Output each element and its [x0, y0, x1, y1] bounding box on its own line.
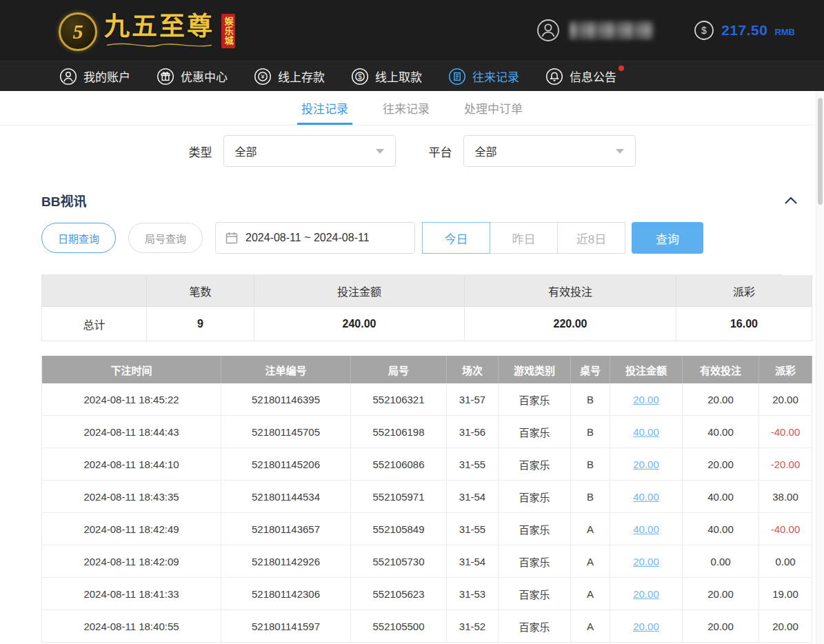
summary-header-bet-amount: 投注金额 — [254, 275, 465, 307]
summary-total-label: 总计 — [42, 307, 147, 341]
brand-logo[interactable]: 5 九五至尊 娱乐城 — [59, 10, 235, 51]
today-button[interactable]: 今日 — [422, 222, 490, 254]
cell-bet-id: 521801141597 — [221, 610, 351, 643]
cell-payout: 20.00 — [759, 383, 812, 416]
cell-payout: 20.00 — [759, 610, 812, 643]
summary-table: 笔数 投注金额 有效投注 派彩 总计 9 240.00 220.00 16.00 — [41, 274, 783, 341]
nav-item-promotions[interactable]: 优惠中心 — [157, 68, 228, 85]
cell-bet-id: 521801145206 — [221, 448, 351, 481]
cell-round-no: 552105623 — [351, 578, 447, 610]
last-8-days-button[interactable]: 近8日 — [557, 222, 625, 254]
cell-bet-id: 521801146395 — [221, 383, 351, 416]
cell-payout: -20.00 — [759, 448, 812, 481]
round-query-button[interactable]: 局号查询 — [128, 223, 203, 253]
user-avatar-icon[interactable] — [536, 19, 560, 42]
cell-session: 31-56 — [447, 416, 499, 448]
cell-bet-amount: 20.00 — [610, 545, 683, 578]
summary-header-count: 笔数 — [147, 275, 254, 307]
cell-round-no: 552106321 — [351, 383, 447, 416]
collapse-chevron-up-icon[interactable] — [784, 196, 798, 205]
summary-header-valid-bet: 有效投注 — [465, 275, 676, 307]
cell-session: 31-52 — [447, 610, 499, 643]
nav-item-deposit[interactable]: ¥ 线上存款 — [254, 68, 325, 85]
records-tab-bar: 投注记录 往来记录 处理中订单 — [0, 91, 824, 125]
nav-item-withdraw[interactable]: $ 线上取款 — [351, 68, 422, 85]
bet-amount-link[interactable]: 20.00 — [633, 556, 659, 567]
platform-filter-label: 平台 — [429, 143, 452, 160]
type-select[interactable]: 全部 — [223, 135, 396, 167]
scrollbar[interactable] — [816, 91, 824, 644]
filter-row: 类型 全部 平台 全部 — [0, 125, 824, 177]
cell-game-type: 百家乐 — [499, 448, 571, 481]
cell-bet-time: 2024-08-11 18:44:10 — [42, 448, 221, 481]
section-title: BB视讯 — [41, 191, 86, 210]
cell-table-no: B — [571, 383, 610, 416]
bet-amount-link[interactable]: 40.00 — [633, 491, 659, 503]
cell-game-type: 百家乐 — [499, 610, 571, 643]
scrollbar-thumb[interactable] — [818, 98, 823, 205]
nav-item-transaction-records[interactable]: 往来记录 — [448, 68, 519, 85]
chevron-down-icon — [376, 149, 384, 154]
bet-amount-link[interactable]: 20.00 — [633, 588, 659, 600]
calendar-icon — [225, 232, 238, 244]
platform-select[interactable]: 全部 — [463, 135, 636, 167]
cell-bet-id: 521801145705 — [221, 416, 351, 448]
tab-bet-records[interactable]: 投注记录 — [300, 91, 350, 125]
nav-label: 优惠中心 — [181, 68, 228, 85]
cell-session: 31-55 — [447, 448, 499, 481]
search-button[interactable]: 查询 — [632, 222, 703, 254]
brand-badge: 娱乐城 — [221, 14, 235, 48]
date-query-button[interactable]: 日期查询 — [41, 223, 116, 253]
type-select-value: 全部 — [235, 143, 257, 159]
summary-bet-amount-value: 240.00 — [254, 307, 465, 341]
cell-game-type: 百家乐 — [499, 578, 571, 610]
cell-bet-amount: 40.00 — [610, 481, 683, 513]
bet-amount-link[interactable]: 40.00 — [633, 426, 659, 438]
nav-label: 信息公告 — [570, 68, 616, 85]
platform-select-value: 全部 — [475, 143, 497, 159]
cell-table-no: A — [571, 610, 610, 643]
date-range-input[interactable]: 2024-08-11 ~ 2024-08-11 — [215, 222, 415, 254]
user-icon — [59, 68, 77, 85]
nav-label: 我的账户 — [83, 68, 130, 85]
cell-valid-bet: 20.00 — [683, 578, 759, 610]
cell-round-no: 552106198 — [351, 416, 447, 448]
cell-bet-amount: 20.00 — [610, 610, 683, 643]
cell-table-no: A — [571, 513, 610, 545]
cell-table-no: B — [571, 481, 610, 513]
cell-table-no: B — [571, 448, 610, 481]
cell-payout: -40.00 — [759, 416, 812, 448]
cell-session: 31-54 — [447, 545, 499, 578]
cell-payout: 38.00 — [759, 481, 812, 513]
yesterday-button[interactable]: 昨日 — [490, 222, 558, 254]
cell-bet-amount: 20.00 — [610, 448, 683, 481]
main-nav: 我的账户 优惠中心 ¥ 线上存款 $ — [0, 61, 824, 91]
bet-amount-link[interactable]: 20.00 — [633, 459, 659, 470]
svg-text:¥: ¥ — [260, 73, 265, 80]
tab-transaction-records[interactable]: 往来记录 — [381, 91, 431, 125]
summary-valid-bet-value: 220.00 — [465, 307, 676, 341]
summary-count-value: 9 — [147, 307, 254, 341]
bell-icon — [545, 68, 563, 85]
cell-valid-bet: 20.00 — [683, 610, 759, 643]
cell-valid-bet: 40.00 — [683, 481, 759, 513]
balance-amount: 217.50 — [721, 22, 767, 39]
bet-table-header-bet-time: 下注时间 — [42, 356, 221, 383]
bet-amount-link[interactable]: 20.00 — [633, 394, 659, 405]
cell-round-no: 552106086 — [351, 448, 447, 481]
tab-processing-orders[interactable]: 处理中订单 — [463, 91, 524, 125]
query-toolbar: 日期查询 局号查询 2024-08-11 ~ 2024-08-11 今日 昨日 … — [0, 222, 824, 254]
cell-session: 31-57 — [447, 383, 499, 416]
cell-table-no: A — [571, 545, 610, 578]
cell-table-no: A — [571, 578, 610, 610]
bet-table-header-table-no: 桌号 — [571, 356, 610, 383]
cell-valid-bet: 20.00 — [683, 383, 759, 416]
bet-amount-link[interactable]: 20.00 — [633, 621, 659, 632]
cell-bet-time: 2024-08-11 18:41:33 — [42, 578, 221, 610]
bet-amount-link[interactable]: 40.00 — [633, 523, 659, 535]
nav-item-my-account[interactable]: 我的账户 — [59, 68, 130, 85]
balance-dollar-icon[interactable]: $ — [694, 20, 714, 41]
cell-game-type: 百家乐 — [499, 513, 571, 545]
cell-bet-amount: 20.00 — [610, 383, 683, 416]
nav-item-announcements[interactable]: 信息公告 — [545, 68, 616, 85]
